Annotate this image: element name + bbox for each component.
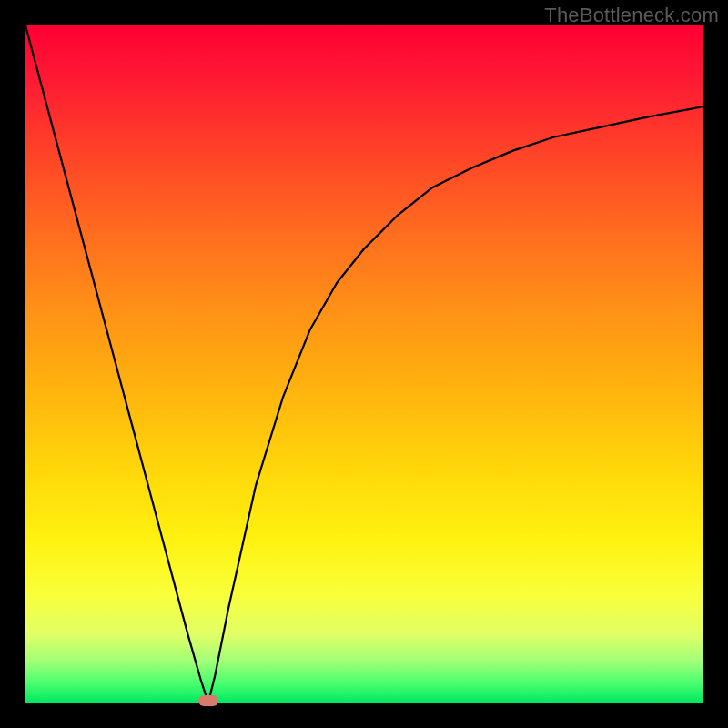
chart-frame: TheBottleneck.com [0, 0, 728, 728]
curve-svg [25, 25, 703, 703]
data-curve [25, 25, 703, 703]
optimum-marker [198, 695, 218, 706]
watermark-text: TheBottleneck.com [544, 4, 719, 27]
plot-area [25, 25, 703, 703]
